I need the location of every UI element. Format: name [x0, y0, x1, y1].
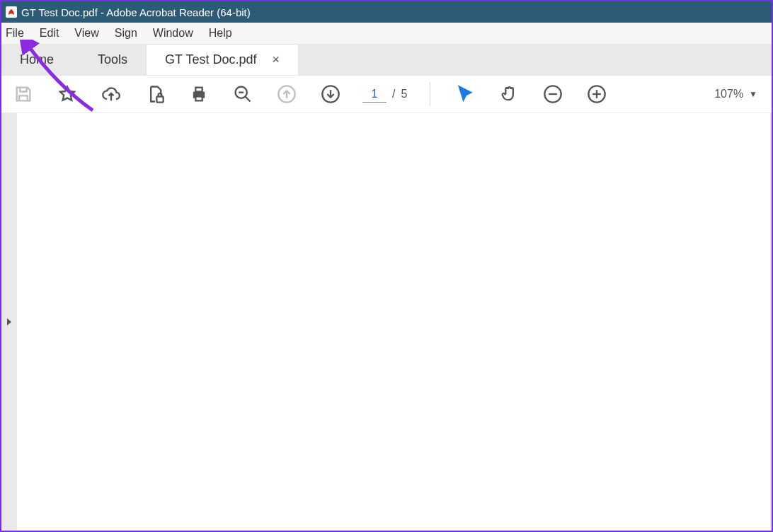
page-separator: / [392, 88, 395, 100]
save-icon[interactable] [11, 82, 35, 106]
star-icon[interactable] [55, 82, 79, 106]
app-window: GT Test Doc.pdf - Adobe Acrobat Reader (… [0, 0, 773, 532]
print-icon[interactable] [187, 82, 211, 106]
menu-edit[interactable]: Edit [40, 27, 59, 40]
acrobat-app-icon [6, 6, 17, 18]
document-page[interactable] [17, 113, 770, 531]
page-total: 5 [401, 88, 407, 100]
menu-sign[interactable]: Sign [115, 27, 137, 40]
page-up-icon[interactable] [275, 82, 299, 106]
menu-file[interactable]: File [6, 27, 24, 40]
tab-document-label: GT Test Doc.pdf [165, 52, 256, 67]
page-indicator: / 5 [362, 86, 407, 103]
svg-rect-3 [195, 88, 202, 92]
close-icon[interactable]: × [272, 52, 280, 67]
menu-window[interactable]: Window [153, 27, 193, 40]
page-down-icon[interactable] [319, 82, 343, 106]
zoom-level[interactable]: 107% ▼ [714, 88, 757, 100]
select-cursor-icon[interactable] [453, 82, 477, 106]
search-minus-icon[interactable] [231, 82, 255, 106]
toolbar: / 5 107% ▼ [1, 75, 772, 113]
menu-help[interactable]: Help [209, 27, 232, 40]
window-title: GT Test Doc.pdf - Adobe Acrobat Reader (… [21, 6, 251, 18]
svg-line-6 [246, 97, 251, 102]
chevron-down-icon: ▼ [749, 89, 757, 99]
tab-home-label: Home [20, 52, 54, 67]
menu-view[interactable]: View [74, 27, 98, 40]
content-area [1, 113, 772, 531]
left-panel-toggle[interactable] [1, 113, 17, 531]
tab-row: Home Tools GT Test Doc.pdf × [1, 44, 772, 75]
menubar: File Edit View Sign Window Help [1, 23, 772, 44]
tab-home[interactable]: Home [1, 44, 79, 75]
svg-rect-4 [195, 97, 202, 101]
tab-tools[interactable]: Tools [79, 44, 146, 75]
zoom-out-icon[interactable] [541, 82, 565, 106]
cloud-upload-icon[interactable] [99, 82, 123, 106]
zoom-value: 107% [714, 88, 743, 100]
toolbar-separator [430, 82, 430, 106]
titlebar: GT Test Doc.pdf - Adobe Acrobat Reader (… [1, 1, 772, 23]
svg-rect-1 [156, 97, 163, 103]
zoom-in-icon[interactable] [585, 82, 609, 106]
page-number-input[interactable] [362, 86, 386, 103]
right-panel-edge [770, 113, 772, 531]
file-lock-icon[interactable] [143, 82, 167, 106]
hand-pan-icon[interactable] [497, 82, 521, 106]
tab-document[interactable]: GT Test Doc.pdf × [146, 44, 299, 75]
tab-tools-label: Tools [98, 52, 127, 67]
